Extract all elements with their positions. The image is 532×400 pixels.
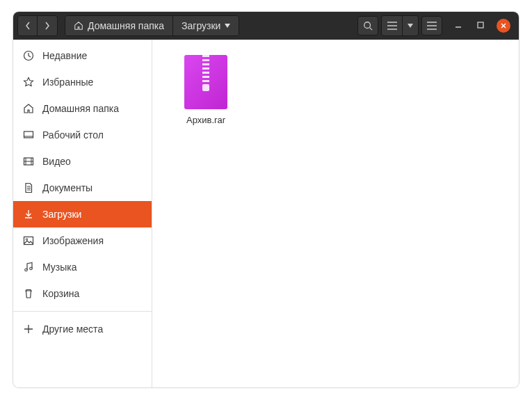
- file-manager-window: Домашняя папка Загрузки: [13, 12, 519, 387]
- sidebar-item-documents[interactable]: Документы: [13, 175, 152, 201]
- forward-button[interactable]: [38, 16, 57, 35]
- sidebar-item-home[interactable]: Домашняя папка: [13, 95, 152, 122]
- chevron-right-icon: [45, 22, 50, 30]
- sidebar-item-label: Документы: [42, 182, 92, 193]
- view-options-button[interactable]: [403, 16, 418, 35]
- close-icon: [500, 22, 507, 29]
- sidebar: Недавние Избранные Домашняя папка Рабочи…: [13, 40, 152, 387]
- dropdown-triangle-icon: [225, 24, 230, 28]
- maximize-button[interactable]: [474, 19, 487, 31]
- sidebar-item-label: Музыка: [42, 262, 77, 273]
- back-button[interactable]: [18, 16, 38, 35]
- minimize-button[interactable]: [452, 19, 465, 31]
- file-label: Архив.rar: [186, 115, 225, 125]
- sidebar-item-other-places[interactable]: Другие места: [13, 316, 152, 342]
- document-icon: [23, 182, 34, 193]
- sidebar-item-desktop[interactable]: Рабочий стол: [13, 122, 152, 148]
- archive-icon: [184, 55, 227, 109]
- sidebar-item-label: Другие места: [42, 323, 103, 335]
- svg-point-0: [364, 22, 371, 29]
- file-item-archive[interactable]: Архив.rar: [168, 55, 244, 125]
- sidebar-item-label: Рабочий стол: [42, 129, 104, 141]
- dropdown-triangle-icon: [408, 24, 413, 28]
- sidebar-item-label: Изображения: [42, 235, 104, 246]
- list-view-button[interactable]: [382, 16, 403, 35]
- maximize-icon: [477, 22, 484, 29]
- chevron-left-icon: [25, 22, 31, 30]
- svg-rect-5: [24, 237, 33, 245]
- svg-point-7: [25, 269, 28, 271]
- window-controls: [452, 19, 510, 33]
- svg-point-8: [30, 267, 33, 270]
- download-icon: [23, 209, 34, 220]
- sidebar-item-label: Недавние: [42, 50, 87, 61]
- svg-rect-3: [24, 131, 33, 138]
- trash-icon: [23, 288, 34, 299]
- nav-buttons: [17, 15, 58, 36]
- sidebar-item-pictures[interactable]: Изображения: [13, 227, 152, 254]
- path-current-label: Загрузки: [182, 20, 220, 31]
- sidebar-item-videos[interactable]: Видео: [13, 148, 152, 175]
- sidebar-item-label: Избранные: [42, 77, 93, 88]
- home-icon: [23, 103, 34, 114]
- star-icon: [23, 77, 34, 88]
- svg-rect-1: [478, 22, 483, 28]
- sidebar-item-recent[interactable]: Недавние: [13, 42, 152, 69]
- path-home-label: Домашняя папка: [88, 20, 164, 31]
- titlebar: Домашняя папка Загрузки: [13, 12, 519, 40]
- sidebar-item-music[interactable]: Музыка: [13, 254, 152, 280]
- content-area[interactable]: Архив.rar: [152, 40, 519, 387]
- video-icon: [23, 156, 34, 167]
- path-home-segment[interactable]: Домашняя папка: [65, 16, 173, 35]
- sidebar-item-label: Видео: [42, 156, 71, 167]
- desktop-icon: [23, 129, 34, 141]
- path-bar: Домашняя папка Загрузки: [65, 15, 239, 36]
- search-icon: [363, 21, 373, 31]
- music-icon: [23, 262, 34, 273]
- sidebar-item-downloads[interactable]: Загрузки: [13, 201, 152, 227]
- home-icon: [74, 21, 83, 31]
- close-button[interactable]: [497, 19, 510, 33]
- minimize-icon: [455, 22, 462, 29]
- search-button[interactable]: [357, 16, 378, 35]
- hamburger-icon: [427, 22, 437, 30]
- menu-button[interactable]: [421, 16, 442, 35]
- view-mode-group: [381, 15, 419, 36]
- sidebar-separator: [13, 311, 152, 312]
- svg-point-6: [26, 239, 27, 240]
- image-icon: [23, 235, 34, 246]
- clock-icon: [23, 50, 34, 61]
- sidebar-item-trash[interactable]: Корзина: [13, 280, 152, 307]
- list-icon: [387, 22, 397, 30]
- sidebar-item-starred[interactable]: Избранные: [13, 69, 152, 95]
- path-current-segment[interactable]: Загрузки: [173, 16, 239, 35]
- plus-icon: [23, 323, 34, 335]
- sidebar-item-label: Загрузки: [42, 209, 81, 220]
- sidebar-item-label: Корзина: [42, 288, 79, 299]
- window-body: Недавние Избранные Домашняя папка Рабочи…: [13, 40, 519, 387]
- sidebar-item-label: Домашняя папка: [42, 103, 119, 114]
